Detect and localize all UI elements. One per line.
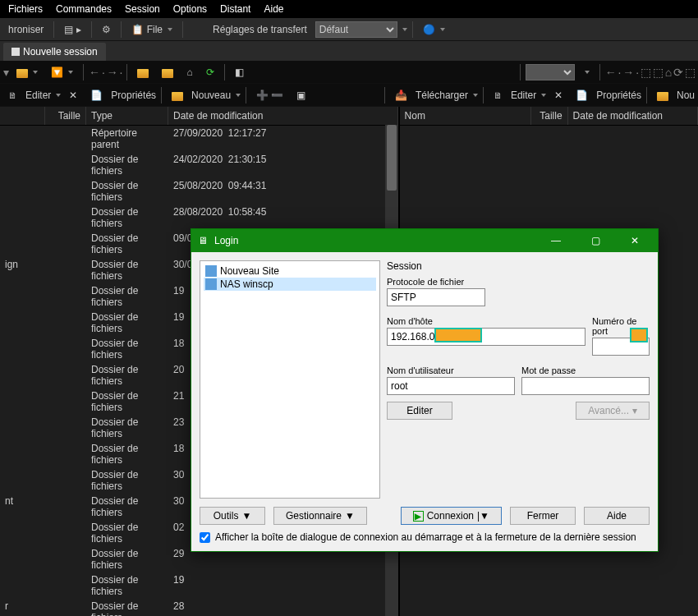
nav-left-dropdown[interactable]: ▾ <box>3 66 8 79</box>
download-button[interactable]: Télécharger <box>416 90 468 101</box>
table-row[interactable]: Répertoire parent27/09/2020 12:17:27 <box>0 126 398 152</box>
sync-browse-icon[interactable]: ◧ <box>230 65 249 80</box>
protocol-field[interactable] <box>387 288 485 306</box>
maximize-button[interactable]: ▢ <box>579 229 612 252</box>
site-new-label: Nouveau Site <box>220 265 279 277</box>
remote-path-combo[interactable] <box>526 64 575 80</box>
tools-label: Outils <box>214 510 239 522</box>
download-icon[interactable]: 📥 <box>390 88 412 103</box>
gear-icon[interactable] <box>97 22 116 37</box>
props-icon[interactable]: 📄 <box>85 88 108 103</box>
host-label: Nom d'hôte <box>387 316 585 326</box>
transfer-settings-label: Réglages de transfert <box>208 22 312 37</box>
site-new[interactable]: Nouveau Site <box>204 264 376 278</box>
filter-icon[interactable]: 🔵 <box>418 22 450 37</box>
menu-bar: FichiersCommandesSessionOptionsDistantAi… <box>0 0 698 18</box>
folder-open-icon[interactable] <box>11 66 43 78</box>
advanced-button[interactable]: Avancé... ▾ <box>576 402 650 420</box>
remote-nav-icons[interactable]: ← · → · ⬚ ⬚ ⌂ ⟳ ⬚ <box>605 66 695 79</box>
dialog-titlebar[interactable]: 🖥 Login — ▢ ✕ <box>191 229 658 252</box>
connect-icon: ▶ <box>413 511 424 522</box>
nav-toolbar: ▾ 🔽 ← · → · ◧ ← · → · ⬚ ⬚ ⌂ ⟳ ⬚ <box>0 61 698 84</box>
tab-new-session[interactable]: Nouvelle session <box>3 43 106 61</box>
remote-grid-header: Nom Taille Date de modification <box>400 107 698 126</box>
remote-folder-icon[interactable] <box>578 69 595 76</box>
pass-field[interactable] <box>521 377 650 395</box>
local-grid-header: Taille Type Date de modification <box>0 107 398 126</box>
login-dialog: 🖥 Login — ▢ ✕ Nouveau Site NAS winscp Se… <box>191 228 659 552</box>
connect-label: Connexion <box>427 510 474 522</box>
left-edit-icon[interactable] <box>3 89 22 102</box>
right-edit-button[interactable]: Editer <box>511 90 536 101</box>
tools-button[interactable]: Outils ▼ <box>200 507 265 525</box>
tab-label: Nouvelle session <box>23 46 98 57</box>
menu-session[interactable]: Session <box>118 3 167 15</box>
left-props-button[interactable]: Propriétés <box>111 90 156 101</box>
home-icon[interactable] <box>181 65 197 80</box>
table-row[interactable]: rDossier de fichiers28 <box>0 599 398 616</box>
site-icon <box>205 278 217 290</box>
col-type[interactable]: Type <box>86 107 168 125</box>
root-folder-icon[interactable] <box>157 66 178 78</box>
table-row[interactable]: Dossier de fichiers19 <box>0 572 398 599</box>
user-field[interactable] <box>387 377 515 395</box>
app-icon: 🖥 <box>198 235 208 246</box>
minimize-button[interactable]: — <box>540 229 572 252</box>
dialog-title: Login <box>214 235 238 246</box>
main-toolbar: hroniser ▤ ▸ 📋 File Réglages de transfer… <box>0 18 698 41</box>
site-nas[interactable]: NAS winscp <box>204 278 376 291</box>
right-props-button[interactable]: Propriétés <box>596 90 641 101</box>
rcol-name[interactable]: Nom <box>400 107 531 125</box>
col-name[interactable] <box>0 107 45 125</box>
col-date[interactable]: Date de modification <box>168 107 398 125</box>
menu-commandes[interactable]: Commandes <box>49 3 118 15</box>
manage-label: Gestionnaire <box>286 510 342 522</box>
menu-aide[interactable]: Aide <box>257 3 290 15</box>
sites-tree[interactable]: Nouveau Site NAS winscp <box>200 260 380 499</box>
plus-icon[interactable]: ➕ ➖ <box>251 88 288 103</box>
menu-fichiers[interactable]: Fichiers <box>2 3 49 15</box>
right-new-button[interactable]: Nou <box>677 90 695 101</box>
queue-icon[interactable]: ▤ ▸ <box>59 22 85 37</box>
nav-back-icon[interactable]: ← · → · <box>89 66 122 79</box>
table-row[interactable]: Dossier de fichiers25/08/2020 09:44:31 <box>0 178 398 205</box>
close-dlg-button[interactable]: Fermer <box>510 507 576 525</box>
table-row[interactable]: Dossier de fichiers28/08/2020 10:58:45 <box>0 205 398 231</box>
delete-icon[interactable]: ✕ <box>64 88 82 103</box>
table-row[interactable]: Dossier de fichiers24/02/2020 21:30:15 <box>0 152 398 178</box>
dropdown-icon: ▾ <box>632 405 637 416</box>
show-on-start-checkbox[interactable] <box>200 532 210 543</box>
advanced-label: Avancé... <box>588 405 629 416</box>
sync-button[interactable]: hroniser <box>3 22 48 37</box>
file-menu[interactable]: 📋 File <box>126 22 177 37</box>
left-new-button[interactable]: Nouveau <box>191 90 231 101</box>
left-edit-button[interactable]: Editer <box>25 90 51 101</box>
select-icon[interactable]: ▣ <box>292 88 310 103</box>
connect-button[interactable]: ▶Connexion |▼ <box>401 507 502 525</box>
filter-folder-icon[interactable]: 🔽 <box>46 65 78 80</box>
up-folder-icon[interactable] <box>132 66 154 78</box>
right-new-icon[interactable] <box>652 89 673 101</box>
close-button[interactable]: ✕ <box>618 229 651 252</box>
session-panel: Session Protocole de fichier Nom d'hôte … <box>387 260 650 499</box>
refresh-icon[interactable] <box>201 65 219 80</box>
rcol-size[interactable]: Taille <box>531 107 568 125</box>
rcol-date[interactable]: Date de modification <box>568 107 698 125</box>
redaction-port <box>630 328 648 342</box>
manage-button[interactable]: Gestionnaire ▼ <box>273 507 367 525</box>
transfer-settings-combo[interactable]: Défaut <box>315 21 397 38</box>
menu-distant[interactable]: Distant <box>214 3 257 15</box>
right-edit-icon[interactable] <box>489 89 507 102</box>
redaction-host <box>434 328 482 342</box>
right-props-icon[interactable]: 📄 <box>571 88 593 103</box>
host-field[interactable] <box>387 328 585 346</box>
protocol-label: Protocole de fichier <box>387 277 650 287</box>
help-button[interactable]: Aide <box>584 507 650 525</box>
edit-button[interactable]: Editer <box>387 402 452 420</box>
new-folder-icon[interactable] <box>167 89 188 101</box>
session-tabs: Nouvelle session <box>0 41 698 61</box>
col-size[interactable]: Taille <box>45 107 86 125</box>
right-delete-icon[interactable]: ✕ <box>549 88 567 103</box>
site-nas-label: NAS winscp <box>220 278 273 290</box>
menu-options[interactable]: Options <box>167 3 214 15</box>
